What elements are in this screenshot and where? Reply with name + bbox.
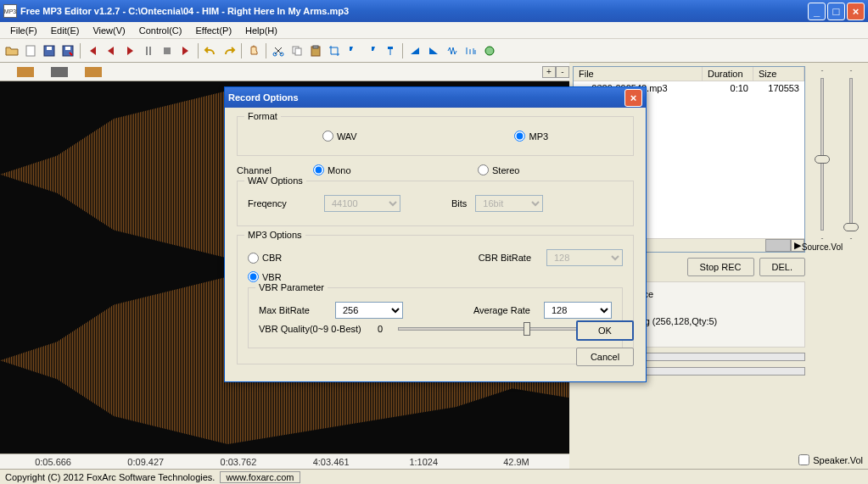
svg-rect-4 [65, 47, 70, 50]
max-bitrate-select[interactable]: 256 [335, 302, 403, 319]
ok-button[interactable]: OK [576, 320, 634, 341]
frequency-label: Freqency [248, 198, 316, 209]
time-value: 1:1024 [378, 457, 470, 467]
time-value: 4:03.461 [285, 457, 378, 467]
svg-rect-12 [388, 47, 393, 49]
close-button[interactable]: × [847, 3, 865, 20]
window-titlebar: MP3 Free MP3 Editor v1.2.7 - C:\Ontecnia… [0, 0, 868, 22]
fade-out-icon[interactable] [425, 42, 442, 59]
time-value: 42.9M [470, 457, 563, 467]
cancel-button[interactable]: Cancel [576, 348, 634, 366]
vbr-quality-slider[interactable] [398, 327, 591, 331]
pause-icon[interactable] [140, 42, 157, 59]
zoom-out-button[interactable]: - [556, 66, 569, 78]
channel-label: Channel [237, 165, 305, 175]
amplify-icon[interactable] [444, 42, 461, 59]
skip-start-icon[interactable] [84, 42, 101, 59]
normalize-icon[interactable] [462, 42, 479, 59]
vbr-quality-label: VBR Quality(0~9 0-Best) [259, 324, 369, 334]
effect-icon[interactable] [481, 42, 498, 59]
menu-bar: File(F) Edit(E) View(V) Control(C) Effec… [0, 22, 868, 39]
speaker-vol-label: Speaker.Vol [813, 455, 863, 465]
zoom-in-button[interactable]: + [542, 66, 556, 78]
crop-icon[interactable] [326, 42, 343, 59]
max-bitrate-label: Max BitRate [259, 305, 327, 315]
time-value: 0:09.427 [99, 457, 192, 467]
fade-in-icon[interactable] [406, 42, 423, 59]
cell-size: 170553 [753, 82, 804, 94]
hand-icon[interactable] [245, 42, 262, 59]
menu-file[interactable]: File(F) [3, 24, 44, 37]
speaker-volume-slider[interactable]: - - [837, 66, 865, 465]
cbr-radio[interactable]: CBR [248, 253, 324, 264]
prev-icon[interactable] [103, 42, 120, 59]
open-icon[interactable] [3, 42, 20, 59]
redo-icon[interactable] [221, 42, 238, 59]
status-bar: Copyright (C) 2012 FoxArc Software Techn… [0, 469, 868, 484]
paste-icon[interactable] [307, 42, 324, 59]
svg-rect-5 [164, 47, 171, 54]
new-icon[interactable] [22, 42, 39, 59]
slider-thumb[interactable] [815, 155, 830, 164]
menu-view[interactable]: View(V) [86, 24, 132, 37]
stop-rec-button[interactable]: Stop REC [687, 258, 754, 276]
website-link[interactable]: www.foxarc.com [220, 471, 300, 483]
format-fieldset: Format WAV MP3 [237, 116, 634, 156]
format-legend: Format [244, 111, 281, 121]
undo-icon[interactable] [202, 42, 219, 59]
speaker-vol-checkbox-row: Speaker.Vol [798, 454, 863, 465]
vbr-legend: VBR Parameter [255, 282, 328, 292]
cut-icon[interactable] [270, 42, 287, 59]
minimize-button[interactable]: _ [808, 3, 826, 20]
cbr-bitrate-label: CBR BitRate [333, 253, 538, 263]
wav-legend: WAV Options [244, 175, 306, 186]
avg-rate-select[interactable]: 128 [544, 302, 612, 319]
source-volume-slider[interactable]: - - Source.Vol [809, 66, 836, 465]
marker3-icon[interactable] [382, 42, 399, 59]
frequency-select: 44100 [324, 195, 400, 212]
record-options-dialog: Record Options × Format WAV MP3 Channel … [224, 86, 647, 382]
vbr-radio[interactable]: VBR [248, 271, 282, 282]
slider-track[interactable] [849, 78, 853, 231]
copy-icon[interactable] [288, 42, 305, 59]
bits-label: Bits [451, 198, 467, 209]
copyright-text: Copyright (C) 2012 FoxArc Software Techn… [5, 472, 215, 482]
skip-end-icon[interactable] [177, 42, 194, 59]
dialog-title: Record Options [228, 92, 623, 103]
scrollbar-thumb[interactable] [765, 239, 791, 252]
mp3-options-fieldset: MP3 Options CBR CBR BitRate 128 VBR VBR … [237, 235, 634, 364]
toolbar [0, 39, 868, 63]
slider-thumb[interactable] [524, 322, 530, 336]
col-size[interactable]: Size [753, 67, 804, 81]
channel-stereo-radio[interactable]: Stereo [478, 164, 634, 175]
dialog-close-button[interactable]: × [624, 89, 642, 107]
slider-thumb[interactable] [843, 223, 859, 231]
svg-rect-2 [47, 47, 52, 50]
menu-control[interactable]: Control(C) [132, 24, 189, 37]
svg-rect-9 [295, 48, 301, 55]
format-mp3-radio[interactable]: MP3 [514, 131, 548, 142]
ruler-segment [17, 67, 34, 77]
menu-edit[interactable]: Edit(E) [44, 24, 87, 37]
play-icon[interactable] [121, 42, 138, 59]
col-file[interactable]: File [574, 67, 703, 81]
timeline-ruler[interactable]: + - [0, 63, 569, 81]
dialog-titlebar[interactable]: Record Options × [225, 87, 646, 108]
bits-select: 16bit [475, 195, 543, 212]
save-icon[interactable] [41, 42, 58, 59]
channel-mono-radio[interactable]: Mono [313, 164, 469, 175]
stop-icon[interactable] [159, 42, 176, 59]
slider-track[interactable] [820, 78, 824, 231]
delete-button[interactable]: DEL. [759, 258, 805, 276]
vbr-parameter-fieldset: VBR Parameter Max BitRate 256 Average Ra… [248, 287, 623, 348]
maximize-button[interactable]: □ [827, 3, 845, 20]
col-duration[interactable]: Duration [703, 67, 753, 81]
marker1-icon[interactable] [344, 42, 361, 59]
menu-help[interactable]: Help(H) [238, 24, 284, 37]
marker2-icon[interactable] [363, 42, 380, 59]
menu-effect[interactable]: Effect(P) [188, 24, 238, 37]
save-as-icon[interactable] [59, 42, 76, 59]
format-wav-radio[interactable]: WAV [322, 131, 357, 142]
svg-rect-0 [26, 46, 35, 56]
speaker-vol-checkbox[interactable] [798, 454, 809, 465]
